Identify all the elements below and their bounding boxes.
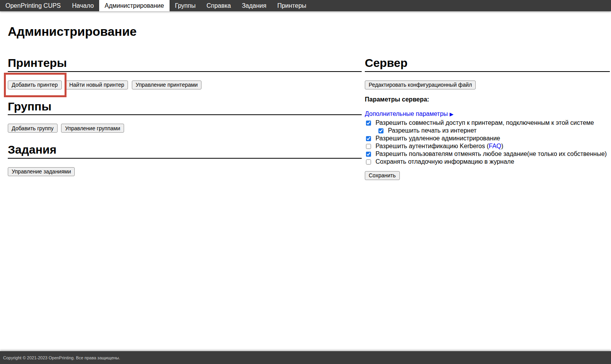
nav-item-administration[interactable]: Администрирование [99,0,170,11]
checkbox-row-remote-admin: Разрешить удаленное администрирование [365,135,610,142]
nav-item-help[interactable]: Справка [201,0,236,11]
server-section: Сервер Редактировать конфигурационный фа… [365,56,610,180]
printers-section: Принтеры Добавить принтер Найти новый пр… [8,56,362,89]
add-printer-button[interactable]: Добавить принтер [8,80,62,89]
cancel-any-job-checkbox[interactable] [366,152,371,157]
add-class-button[interactable]: Добавить группу [8,124,58,133]
checkbox-label: Разрешить совместный доступ к принтерам,… [375,119,594,126]
debug-logging-checkbox[interactable] [366,159,371,164]
copyright-text: Copyright © 2021-2023 OpenPrinting. Все … [0,355,120,360]
page-title: Администрирование [8,25,610,38]
nav-item-classes[interactable]: Группы [170,0,201,11]
checkbox-row-cancel-any-job: Разрешить пользователям отменять любое з… [365,150,610,158]
checkbox-label: Разрешить печать из интернет [388,127,476,134]
checkbox-row-internet-printing: Разрешить печать из интернет [365,127,610,135]
checkbox-label: Разрешить удаленное администрирование [375,135,500,142]
checkbox-label: Разрешить аутентификацию Kerberos ( [375,143,488,149]
jobs-section: Задания Управление заданиями [8,143,362,176]
chevron-right-icon[interactable]: ▶ [450,111,453,117]
faq-link[interactable]: FAQ [489,143,501,149]
edit-config-file-button[interactable]: Редактировать конфигурационный файл [365,80,476,89]
main-content: Администрирование Принтеры Добавить прин… [0,25,611,191]
advanced-settings-link[interactable]: Дополнительные параметры [365,110,448,117]
nav-item-home[interactable]: Начало [67,0,99,11]
nav-item-jobs[interactable]: Задания [236,0,272,11]
manage-classes-button[interactable]: Управление группами [61,124,124,133]
server-heading: Сервер [365,56,610,72]
checkbox-row-debug-logging: Сохранять отладочную информацию в журнал… [365,158,610,166]
checkbox-label-suffix: ) [501,143,503,149]
find-new-printer-button[interactable]: Найти новый принтер [65,80,128,89]
checkbox-row-share-printers: Разрешить совместный доступ к принтерам,… [365,119,610,127]
app-brand: OpenPrinting CUPS [0,0,67,11]
manage-printers-button[interactable]: Управление принтерами [132,80,202,89]
left-column: Принтеры Добавить принтер Найти новый пр… [8,56,362,187]
share-printers-checkbox[interactable] [366,121,371,126]
top-navbar: OpenPrinting CUPS Начало Администрирован… [0,0,611,11]
printers-heading: Принтеры [8,56,362,72]
manage-jobs-button[interactable]: Управление заданиями [8,167,75,176]
footer-bar: Copyright © 2021-2023 OpenPrinting. Все … [0,351,611,364]
internet-printing-checkbox[interactable] [378,128,383,133]
classes-heading: Группы [8,100,362,116]
checkbox-label: Сохранять отладочную информацию в журнал… [375,158,514,165]
jobs-heading: Задания [8,143,362,159]
classes-section: Группы Добавить группу Управление группа… [8,100,362,133]
remote-admin-checkbox[interactable] [366,136,371,141]
checkbox-row-kerberos: Разрешить аутентификацию Kerberos (FAQ) [365,142,610,150]
kerberos-auth-checkbox[interactable] [366,144,371,149]
checkbox-label: Разрешить пользователям отменять любое з… [375,150,607,157]
server-settings-checkboxes: Разрешить совместный доступ к принтерам,… [365,119,610,166]
server-settings-label: Параметры сервера: [365,96,610,103]
server-column: Сервер Редактировать конфигурационный фа… [365,56,610,191]
save-button[interactable]: Сохранить [365,171,400,180]
nav-item-printers[interactable]: Принтеры [272,0,312,11]
